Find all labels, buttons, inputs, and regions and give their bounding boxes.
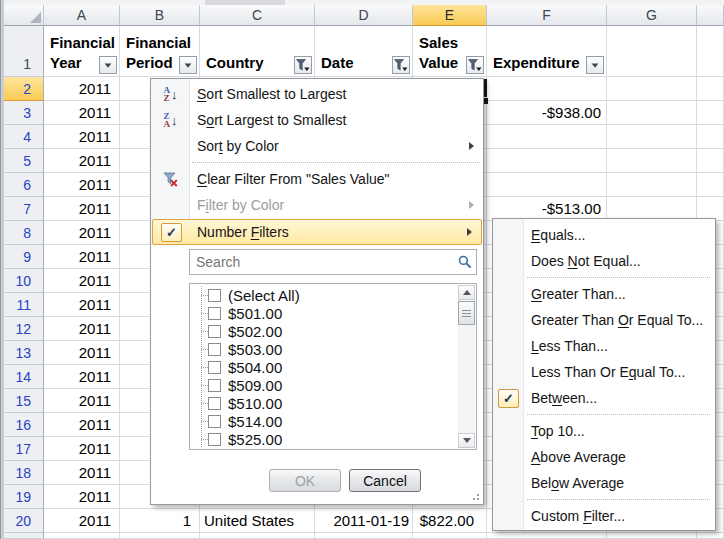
cell-F5[interactable] (487, 149, 607, 173)
header-cell-overflow[interactable] (697, 26, 724, 77)
cell-F6[interactable] (487, 173, 607, 197)
cell-B21[interactable] (120, 533, 200, 539)
row-header-5[interactable]: 5 (0, 149, 44, 173)
header-cell-A[interactable]: FinancialYear (44, 26, 120, 77)
header-cell-G[interactable] (607, 26, 697, 77)
submenu-item-less-than-or-equal-to[interactable]: Less Than Or Equal To... (493, 359, 715, 385)
filter-list-item[interactable]: $501.00 (190, 304, 457, 322)
list-scrollbar[interactable] (458, 285, 475, 448)
submenu-item-top-10[interactable]: Top 10... (493, 418, 715, 444)
cell-A12[interactable]: 2011 (44, 317, 120, 341)
cell-A3[interactable]: 2011 (44, 101, 120, 125)
cell-A21[interactable] (44, 533, 120, 539)
cell-A18[interactable]: 2011 (44, 461, 120, 485)
scroll-up-button[interactable] (458, 285, 475, 300)
cell-x21[interactable] (697, 533, 724, 539)
filter-button-financial-year[interactable] (99, 56, 117, 74)
cell-A2[interactable]: 2011 (44, 77, 120, 101)
checkbox[interactable] (208, 379, 221, 392)
cell-G21[interactable] (607, 533, 697, 539)
cell-A9[interactable]: 2011 (44, 245, 120, 269)
checkbox[interactable] (208, 343, 221, 356)
cell-x5[interactable] (697, 149, 724, 173)
row-header-12[interactable]: 12 (0, 317, 44, 341)
scroll-down-button[interactable] (458, 433, 475, 448)
row-header-13[interactable]: 13 (0, 341, 44, 365)
cell-x6[interactable] (697, 173, 724, 197)
row-header-7[interactable]: 7 (0, 197, 44, 221)
cell-E20[interactable]: $822.00 (413, 509, 487, 533)
header-cell-F[interactable]: Expenditure (487, 26, 607, 77)
column-header-E[interactable]: E (413, 5, 487, 26)
column-header-C[interactable]: C (200, 5, 315, 26)
submenu-item-below-average[interactable]: Below Average (493, 470, 715, 496)
checkbox[interactable] (208, 433, 221, 446)
column-header-D[interactable]: D (315, 5, 413, 26)
header-cell-B[interactable]: FinancialPeriod (120, 26, 200, 77)
checkbox[interactable] (208, 361, 221, 374)
cell-D20[interactable]: 2011-01-19 (315, 509, 413, 533)
menu-item-clear-filter-from-sales-value[interactable]: Clear Filter From "Sales Value" (151, 166, 483, 192)
filter-button-date[interactable] (392, 56, 410, 74)
row-header-9[interactable]: 9 (0, 245, 44, 269)
cell-G4[interactable] (607, 125, 697, 149)
row-header-8[interactable]: 8 (0, 221, 44, 245)
row-header-6[interactable]: 6 (0, 173, 44, 197)
menu-item-number-filters[interactable]: ✓Number Filters (152, 219, 482, 245)
checkbox[interactable] (208, 307, 221, 320)
submenu-item-above-average[interactable]: Above Average (493, 444, 715, 470)
submenu-item-greater-than-or-equal-to[interactable]: Greater Than Or Equal To... (493, 307, 715, 333)
row-header-11[interactable]: 11 (0, 293, 44, 317)
cell-A8[interactable]: 2011 (44, 221, 120, 245)
cell-A10[interactable]: 2011 (44, 269, 120, 293)
cell-x3[interactable] (697, 101, 724, 125)
filter-list-item-partial[interactable] (190, 448, 457, 449)
cell-x4[interactable] (697, 125, 724, 149)
checkbox[interactable] (208, 289, 221, 302)
cell-A4[interactable]: 2011 (44, 125, 120, 149)
submenu-item-greater-than[interactable]: Greater Than... (493, 281, 715, 307)
header-cell-D[interactable]: Date (315, 26, 413, 77)
cell-G5[interactable] (607, 149, 697, 173)
menu-item-sort-by-color[interactable]: Sort by Color (151, 133, 483, 159)
cell-C20[interactable]: United States (200, 509, 315, 533)
ok-button[interactable]: OK (269, 469, 341, 492)
cell-E21[interactable] (413, 533, 487, 539)
filter-list-item[interactable]: $504.00 (190, 358, 457, 376)
scroll-thumb[interactable] (458, 301, 475, 325)
cell-A6[interactable]: 2011 (44, 173, 120, 197)
cell-G6[interactable] (607, 173, 697, 197)
menu-item-sort-smallest-to-largest[interactable]: AZ↓Sort Smallest to Largest (151, 81, 483, 107)
filter-button-sales-value[interactable] (466, 56, 484, 74)
checkbox[interactable] (208, 415, 221, 428)
row-header-1[interactable]: 1 (0, 26, 44, 77)
cell-A16[interactable]: 2011 (44, 413, 120, 437)
cell-G3[interactable] (607, 101, 697, 125)
row-header-17[interactable]: 17 (0, 437, 44, 461)
row-header-14[interactable]: 14 (0, 365, 44, 389)
filter-button-country[interactable] (294, 56, 312, 74)
column-header-G[interactable]: G (607, 5, 697, 26)
column-header-A[interactable]: A (44, 5, 120, 26)
row-header-15[interactable]: 15 (0, 389, 44, 413)
cell-C21[interactable] (200, 533, 315, 539)
cancel-button[interactable]: Cancel (349, 469, 421, 492)
menu-item-sort-largest-to-smallest[interactable]: ZA↓Sort Largest to Smallest (151, 107, 483, 133)
row-header-21[interactable] (0, 533, 44, 539)
menu-item-filter-by-color[interactable]: Filter by Color (151, 192, 483, 218)
row-header-16[interactable]: 16 (0, 413, 44, 437)
cell-A13[interactable]: 2011 (44, 341, 120, 365)
cell-D21[interactable] (315, 533, 413, 539)
select-all-corner[interactable] (0, 5, 44, 26)
row-header-10[interactable]: 10 (0, 269, 44, 293)
cell-F2[interactable] (487, 77, 607, 101)
row-header-19[interactable]: 19 (0, 485, 44, 509)
row-header-20[interactable]: 20 (0, 509, 44, 533)
cell-F4[interactable] (487, 125, 607, 149)
cell-G2[interactable] (607, 77, 697, 101)
filter-list-item[interactable]: $503.00 (190, 340, 457, 358)
cell-A20[interactable]: 2011 (44, 509, 120, 533)
resize-grip[interactable] (477, 498, 479, 500)
cell-A17[interactable]: 2011 (44, 437, 120, 461)
row-header-18[interactable]: 18 (0, 461, 44, 485)
